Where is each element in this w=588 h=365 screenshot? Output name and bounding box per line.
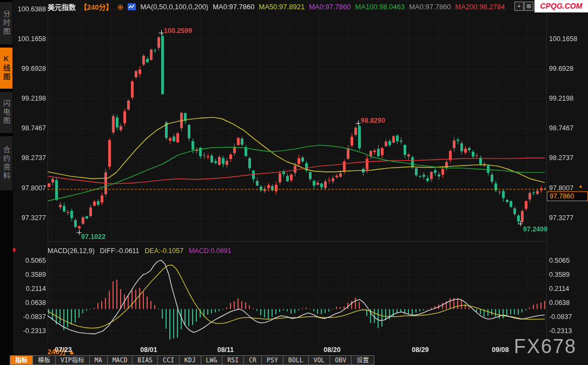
toolbar-item-cci[interactable]: CCI [158, 355, 180, 365]
macd-y-label-right: -0.0837 [549, 313, 587, 321]
y-axis-label-right: 97.3277 [549, 214, 587, 222]
toolbar-item-kdj[interactable]: KDJ [180, 355, 201, 365]
toolbar-item-ma[interactable]: MA [90, 355, 108, 365]
toolbar-item-macd[interactable]: MACD [108, 355, 133, 365]
trading-app-window: 美元指数 【240分】 ⊕ MA(0,50,0,100,0,200) MA0:9… [0, 0, 588, 365]
price-direction-icon: ▲ [578, 184, 583, 188]
sidebar-tab-flash[interactable]: 闪电图 [0, 92, 12, 133]
brand-logo[interactable]: CPQG.COM [534, 0, 588, 12]
pan-icon[interactable]: + [514, 2, 524, 11]
x-axis-date: 08/01 [136, 346, 161, 354]
macd-y-label: 0.5065 [14, 257, 46, 264]
ma0-value-2: MA0:97.7860 [309, 3, 351, 11]
macd-y-label: 0.2114 [14, 285, 46, 293]
macd-y-label-right: 0.2114 [549, 285, 587, 293]
macd-title[interactable]: MACD(26,12,9) [48, 247, 95, 255]
period-tag[interactable]: 【240分】 [80, 2, 113, 12]
annotation-low: 97.1022 [81, 233, 105, 241]
macd-y-label-right: 0.3589 [549, 271, 587, 278]
y-axis-label-right: 99.6928 [549, 65, 587, 72]
y-axis-label: 97.3277 [14, 214, 46, 222]
ma100-value: MA100:98.0463 [355, 3, 405, 11]
chart-header: 美元指数 【240分】 ⊕ MA(0,50,0,100,0,200) MA0:9… [48, 2, 505, 12]
symbol-name: 美元指数 [48, 2, 76, 12]
y-axis-label: 97.8007 [14, 184, 46, 192]
ma0-value: MA0:97.7860 [213, 3, 254, 11]
axis-settings-icon[interactable]: ⊞ [524, 2, 533, 11]
price-chart-canvas[interactable] [0, 0, 588, 365]
y-axis-label-right: 98.2737 [549, 154, 587, 162]
toolbar-item-psy[interactable]: PSY [262, 355, 283, 365]
y-axis-label: 100.6388 [14, 5, 46, 13]
toolbar-item-cr[interactable]: CR [244, 355, 262, 365]
toolbar-item-template[interactable]: 模板 [33, 355, 56, 365]
toolbar-item-indicator[interactable]: 指标 [10, 355, 33, 365]
ma200-value: MA200:98.2784 [455, 3, 505, 11]
ma-settings[interactable]: MA(0,50,0,100,0,200) [140, 3, 208, 11]
line-chart-icon [128, 3, 136, 10]
y-axis-label-right: 98.7467 [549, 124, 587, 132]
macd-y-label-right: 0.0638 [549, 299, 587, 307]
sidebar-tab-kline[interactable]: K线图 [0, 48, 12, 89]
link-icon[interactable]: ⊕ [117, 3, 124, 11]
x-axis-date: 07/23 [51, 346, 76, 354]
toolbar-item-bias[interactable]: BIAS [133, 355, 158, 365]
macd-macd-value: MACD:0.0891 [189, 247, 232, 255]
toolbar-item-vip[interactable]: VIP指标 [56, 355, 90, 365]
y-axis-label: 98.7467 [14, 124, 46, 132]
toolbar-item-lw[interactable]: LW& [201, 355, 223, 365]
x-axis-date: 08/11 [213, 346, 238, 354]
toolbar-item-obv[interactable]: OBV [330, 355, 352, 365]
toolbar-item-vol[interactable]: VOL [309, 355, 331, 365]
macd-dea-value: DEA:-0.1057 [145, 247, 184, 255]
sidebar-tab-contract-info[interactable]: 合约资料 [0, 136, 12, 190]
macd-diff-value: DIFF:-0.0611 [100, 247, 140, 255]
x-axis-date: 09/08 [488, 346, 513, 354]
y-axis-label: 100.1658 [14, 35, 46, 43]
current-price-box: 97.7860 [547, 191, 588, 201]
macd-header: MACD(26,12,9) DIFF:-0.0611 DEA:-0.1057 M… [48, 247, 232, 255]
y-axis-label-right: 99.2198 [549, 95, 587, 102]
x-axis-date: 08/29 [408, 346, 433, 354]
toolbar-item-settings[interactable]: 设置 [352, 355, 374, 365]
macd-y-label-right: -0.2313 [549, 327, 587, 335]
macd-y-label-right: 0.5065 [549, 257, 587, 264]
annotation-secondary-high: 98.8290 [361, 117, 385, 124]
annotation-high: 100.2599 [164, 27, 192, 35]
sidebar-tab-timeline[interactable]: 分时图 [0, 2, 12, 44]
x-axis-date: 08/20 [320, 346, 345, 354]
y-axis-label: 98.2737 [14, 154, 46, 162]
y-axis-label-right: 100.1658 [549, 35, 587, 43]
y-axis-label: 99.6928 [14, 65, 46, 72]
macd-y-label: 0.0638 [14, 299, 46, 307]
annotation-recent-low: 97.2409 [523, 225, 547, 233]
ma0-value-3: MA0:97.7860 [409, 3, 451, 11]
indicator-toolbar: 指标 模板 VIP指标 MA MACD BIAS CCI KDJ LW& RSI… [10, 355, 374, 365]
macd-y-label: -0.0837 [14, 313, 46, 321]
y-axis-label: 99.2198 [14, 95, 46, 102]
toolbar-item-rsi[interactable]: RSI [222, 355, 244, 365]
macd-y-label: -0.2313 [14, 327, 46, 335]
toolbar-item-boll[interactable]: BOLL [283, 355, 309, 365]
watermark: FX678 [514, 335, 577, 358]
ma50-value: MA50:97.8921 [259, 3, 305, 11]
macd-y-label: 0.3589 [14, 271, 46, 278]
sidebar: 分时图 K线图 闪电图 合约资料 [0, 0, 13, 365]
